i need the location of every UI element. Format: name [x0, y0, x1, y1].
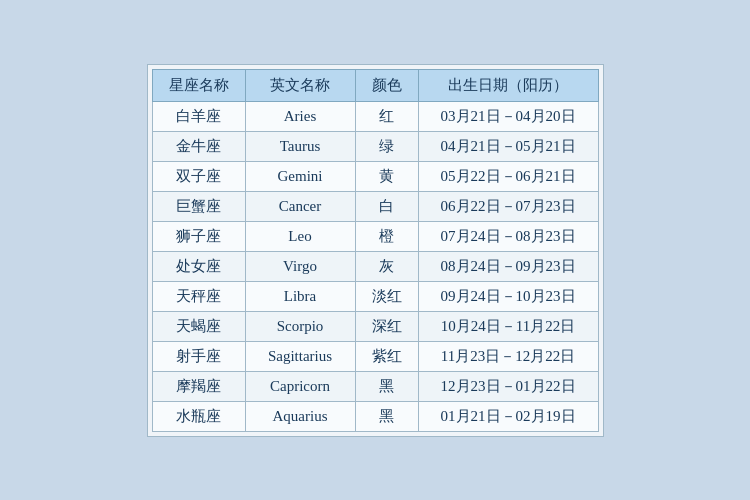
cell-color: 紫红	[355, 341, 418, 371]
cell-en: Cancer	[245, 191, 355, 221]
cell-en: Sagittarius	[245, 341, 355, 371]
cell-en: Taurus	[245, 131, 355, 161]
cell-en: Leo	[245, 221, 355, 251]
cell-date: 10月24日－11月22日	[418, 311, 598, 341]
header-en: 英文名称	[245, 69, 355, 101]
cell-zh: 天秤座	[152, 281, 245, 311]
cell-zh: 摩羯座	[152, 371, 245, 401]
table-row: 巨蟹座Cancer白06月22日－07月23日	[152, 191, 598, 221]
table-row: 白羊座Aries红03月21日－04月20日	[152, 101, 598, 131]
cell-en: Scorpio	[245, 311, 355, 341]
cell-zh: 白羊座	[152, 101, 245, 131]
table-header-row: 星座名称 英文名称 颜色 出生日期（阳历）	[152, 69, 598, 101]
cell-color: 橙	[355, 221, 418, 251]
table-row: 水瓶座Aquarius黑01月21日－02月19日	[152, 401, 598, 431]
table-row: 双子座Gemini黄05月22日－06月21日	[152, 161, 598, 191]
table-row: 狮子座Leo橙07月24日－08月23日	[152, 221, 598, 251]
zodiac-table-container: 星座名称 英文名称 颜色 出生日期（阳历） 白羊座Aries红03月21日－04…	[147, 64, 604, 437]
table-row: 处女座Virgo灰08月24日－09月23日	[152, 251, 598, 281]
cell-color: 白	[355, 191, 418, 221]
cell-date: 07月24日－08月23日	[418, 221, 598, 251]
header-zh: 星座名称	[152, 69, 245, 101]
cell-date: 09月24日－10月23日	[418, 281, 598, 311]
cell-date: 12月23日－01月22日	[418, 371, 598, 401]
cell-color: 灰	[355, 251, 418, 281]
cell-zh: 射手座	[152, 341, 245, 371]
cell-en: Libra	[245, 281, 355, 311]
table-row: 摩羯座Capricorn黑12月23日－01月22日	[152, 371, 598, 401]
header-color: 颜色	[355, 69, 418, 101]
cell-en: Gemini	[245, 161, 355, 191]
cell-zh: 处女座	[152, 251, 245, 281]
cell-date: 05月22日－06月21日	[418, 161, 598, 191]
cell-zh: 巨蟹座	[152, 191, 245, 221]
table-row: 射手座Sagittarius紫红11月23日－12月22日	[152, 341, 598, 371]
cell-date: 11月23日－12月22日	[418, 341, 598, 371]
cell-date: 03月21日－04月20日	[418, 101, 598, 131]
cell-en: Virgo	[245, 251, 355, 281]
cell-en: Capricorn	[245, 371, 355, 401]
table-row: 金牛座Taurus绿04月21日－05月21日	[152, 131, 598, 161]
cell-color: 红	[355, 101, 418, 131]
cell-date: 04月21日－05月21日	[418, 131, 598, 161]
cell-date: 01月21日－02月19日	[418, 401, 598, 431]
cell-zh: 双子座	[152, 161, 245, 191]
cell-zh: 天蝎座	[152, 311, 245, 341]
cell-date: 06月22日－07月23日	[418, 191, 598, 221]
cell-zh: 金牛座	[152, 131, 245, 161]
cell-date: 08月24日－09月23日	[418, 251, 598, 281]
cell-zh: 狮子座	[152, 221, 245, 251]
cell-en: Aquarius	[245, 401, 355, 431]
cell-color: 黄	[355, 161, 418, 191]
cell-zh: 水瓶座	[152, 401, 245, 431]
cell-color: 深红	[355, 311, 418, 341]
zodiac-table: 星座名称 英文名称 颜色 出生日期（阳历） 白羊座Aries红03月21日－04…	[152, 69, 599, 432]
cell-color: 黑	[355, 401, 418, 431]
cell-color: 黑	[355, 371, 418, 401]
cell-color: 绿	[355, 131, 418, 161]
header-date: 出生日期（阳历）	[418, 69, 598, 101]
cell-en: Aries	[245, 101, 355, 131]
table-row: 天秤座Libra淡红09月24日－10月23日	[152, 281, 598, 311]
cell-color: 淡红	[355, 281, 418, 311]
table-row: 天蝎座Scorpio深红10月24日－11月22日	[152, 311, 598, 341]
